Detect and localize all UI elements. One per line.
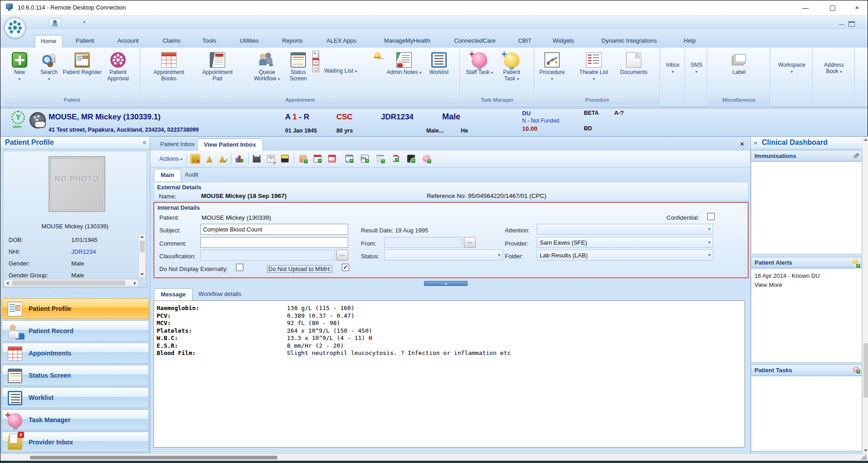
email-button[interactable]: [266, 154, 276, 164]
tab-widgets[interactable]: Widgets: [547, 35, 580, 48]
sidebar-item-provider-inbox[interactable]: Provider Inbox: [2, 432, 149, 452]
tab-message[interactable]: Message: [154, 288, 192, 300]
worklist-button[interactable]: Worklist: [424, 51, 454, 75]
alert-add-icon[interactable]: [851, 259, 859, 267]
from-field[interactable]: [384, 237, 463, 248]
main-vertical-scrollbar[interactable]: [862, 137, 868, 453]
tab-main[interactable]: Main: [154, 169, 181, 181]
document-close-icon[interactable]: ×: [740, 140, 744, 148]
provider-dropdown[interactable]: Sam Eaves (SFE): [537, 237, 713, 248]
tab-patient-inbox[interactable]: Patient Inbox: [154, 138, 201, 151]
from-browse-button[interactable]: …: [464, 237, 476, 248]
close-button[interactable]: ×: [850, 2, 864, 13]
tab-utilities[interactable]: Utilities: [234, 35, 264, 48]
panel-splitter-handle[interactable]: , , , , , , , , , ,: [0, 289, 150, 297]
patient-approval-button[interactable]: Patient Approval: [99, 51, 138, 82]
patient-alerts-header[interactable]: Patient Alerts: [751, 257, 862, 268]
workspace-button[interactable]: Workspace▾: [772, 60, 812, 75]
graph-button[interactable]: [235, 154, 245, 164]
confirm-button[interactable]: ✓: [217, 154, 227, 164]
do-not-upload-checkbox[interactable]: ✓: [342, 264, 349, 271]
new-image-button[interactable]: [406, 154, 416, 164]
print-button[interactable]: [252, 154, 262, 164]
immunisations-header[interactable]: Immunisations: [751, 150, 862, 161]
folder-dropdown[interactable]: Lab Results (LAB): [537, 250, 713, 261]
status-dropdown[interactable]: [384, 250, 503, 261]
inbox-button[interactable]: Inbox▾: [661, 60, 684, 75]
new-medication-button[interactable]: [375, 154, 385, 164]
minimize-button[interactable]: —: [799, 2, 812, 13]
attention-dropdown[interactable]: [537, 224, 713, 235]
tab-audit[interactable]: Audit: [178, 169, 205, 181]
tab-help[interactable]: Help: [678, 35, 701, 48]
patient-tasks-header[interactable]: Patient Tasks: [751, 364, 862, 375]
do-not-display-checkbox[interactable]: [236, 264, 243, 271]
resize-grip[interactable]: [861, 455, 867, 460]
tab-managemyhealth[interactable]: ManageMyHealth: [379, 35, 436, 48]
appointment-books-button[interactable]: Appointment Books: [149, 51, 188, 82]
sidebar-item-appointments[interactable]: Appointments: [2, 343, 149, 364]
collapse-panel-button[interactable]: «: [143, 138, 146, 146]
patient-task-button[interactable]: Patient Task ▾: [497, 51, 526, 82]
unfile-button[interactable]: x: [190, 154, 200, 164]
profile-vertical-scrollbar[interactable]: [138, 234, 146, 277]
classification-browse-button[interactable]: …: [336, 250, 348, 261]
patient-photo-placeholder[interactable]: NO PHOTO: [49, 156, 105, 212]
procedure-button[interactable]: Procedure▾: [535, 51, 569, 82]
patient-alerts-list[interactable]: 16 Apr 2014 - Known DU View More: [751, 268, 862, 363]
comment-input[interactable]: [200, 237, 348, 248]
new-diagnosis-button[interactable]: DX: [360, 154, 370, 164]
queue-workflow-button[interactable]: Queue Workflow ▾: [247, 51, 286, 82]
immunisation-add-icon[interactable]: [853, 153, 859, 159]
status-screen-button[interactable]: Status Screen: [284, 51, 313, 82]
documents-button[interactable]: Documents: [614, 51, 653, 75]
task-add-icon[interactable]: [853, 366, 859, 373]
sidebar-item-task-manager[interactable]: Task Manager: [2, 409, 149, 430]
admin-notes-button[interactable]: Admin Notes ▾: [385, 51, 424, 76]
tab-dynamic-integrations[interactable]: Dynamic Integrations: [596, 35, 662, 48]
staff-task-button[interactable]: Staff Task ▾: [465, 51, 494, 76]
tab-patient[interactable]: Patient: [70, 35, 99, 48]
new-list-button[interactable]: [345, 154, 355, 164]
appointment-grid-button[interactable]: [327, 154, 337, 164]
tab-workflow-details[interactable]: Workflow details: [192, 288, 247, 300]
tab-connectedcare[interactable]: ConnectedCare: [449, 35, 501, 48]
patient-portal-icon[interactable]: [30, 112, 46, 128]
address-book-button[interactable]: Address Book ▾: [818, 60, 850, 75]
sms-button[interactable]: SMS▾: [686, 60, 706, 75]
annotate-button[interactable]: [205, 154, 215, 164]
app-restore-button[interactable]: [848, 21, 855, 27]
appointment-pad-button[interactable]: Appointment Pad: [198, 51, 237, 82]
quick-access-dropdown-icon[interactable]: ▾: [83, 20, 85, 25]
maximize-button[interactable]: ▢: [826, 2, 839, 13]
main-horizontal-scrollbar[interactable]: [0, 453, 868, 461]
waiting-list-label[interactable]: Waiting List ▾: [324, 68, 357, 74]
confidential-checkbox[interactable]: [707, 213, 715, 220]
tab-reports[interactable]: Reports: [276, 35, 308, 48]
view-more-link[interactable]: View More: [755, 281, 782, 288]
dictation-button[interactable]: [280, 154, 290, 164]
tab-home[interactable]: Home: [35, 35, 63, 49]
patient-register-button[interactable]: Patient Register: [63, 51, 102, 75]
tab-account[interactable]: Account: [112, 35, 144, 48]
mmh-icon[interactable]: MMH: [8, 111, 27, 129]
sidebar-item-patient-record[interactable]: Patient Record: [2, 320, 149, 341]
expand-panel-button[interactable]: »: [754, 139, 757, 146]
tab-tools[interactable]: Tools: [197, 35, 222, 48]
app-minimize-button[interactable]: —: [838, 22, 845, 28]
actions-menu-button[interactable]: Actions ▾: [156, 154, 186, 163]
patient-tasks-list[interactable]: [751, 376, 862, 451]
sidebar-item-status-screen[interactable]: Status Screen: [2, 365, 149, 386]
new-recall-button[interactable]: [391, 154, 401, 164]
new-appointment-button[interactable]: [313, 154, 323, 164]
tab-alex-apps[interactable]: ALEX Apps: [321, 35, 362, 48]
alert-item[interactable]: 16 Apr 2014 - Known DU: [755, 272, 820, 279]
label-button[interactable]: Label: [720, 51, 759, 75]
medtech-logo-icon[interactable]: [4, 17, 26, 39]
sidebar-item-worklist[interactable]: Worklist: [2, 387, 149, 408]
theatre-list-button[interactable]: Theatre List ▾: [579, 51, 608, 82]
quick-access-patient-icon[interactable]: [49, 18, 61, 27]
new-task-button[interactable]: [422, 154, 432, 164]
tab-claims[interactable]: Claims: [157, 35, 186, 48]
splitter-collapse-button[interactable]: ▲: [424, 281, 468, 286]
